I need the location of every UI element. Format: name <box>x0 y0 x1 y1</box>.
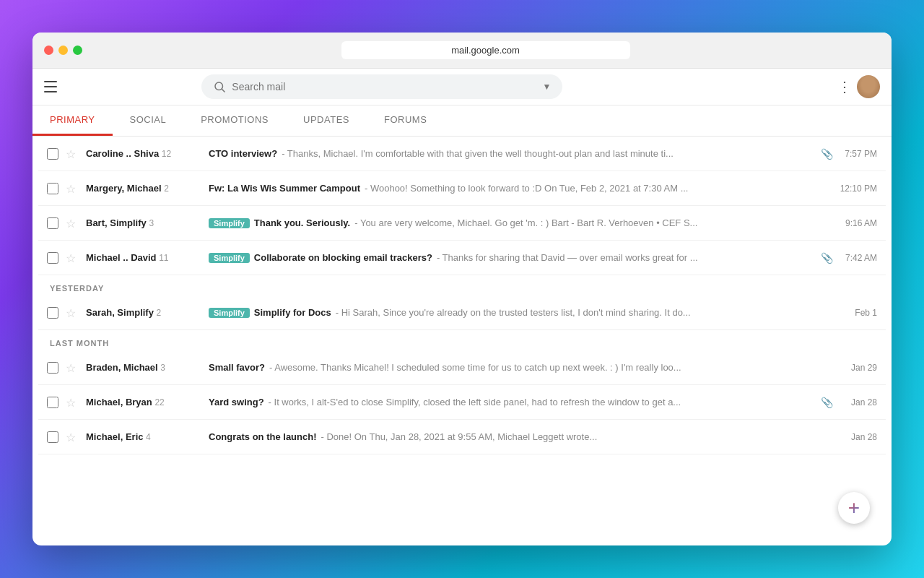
email-checkbox[interactable] <box>47 431 58 443</box>
email-checkbox[interactable] <box>47 148 58 160</box>
table-row[interactable]: ☆ Caroline .. Shiva 12 CTO interview? - … <box>38 137 886 171</box>
email-time: 12:10 PM <box>837 184 877 194</box>
email-time: 9:16 AM <box>837 218 877 228</box>
email-content: Small favor? - Awesome. Thanks Micahel! … <box>209 362 830 373</box>
email-sender: Michael .. David 11 <box>86 252 201 263</box>
email-meta: 📎 Jan 28 <box>821 397 877 408</box>
search-input[interactable] <box>232 81 536 92</box>
search-bar[interactable]: ▼ <box>201 74 562 99</box>
email-time: 7:57 PM <box>837 149 877 159</box>
email-sender: Braden, Michael 3 <box>86 362 201 373</box>
svg-point-0 <box>215 82 223 90</box>
gmail-area: ▼ ⋮ PRIMARY SOCIAL PROMOTIONS UPDATES FO… <box>32 69 892 545</box>
email-preview: - You are very welcome, Michael. Go get … <box>354 217 697 228</box>
email-content: Yard swing? - It works, I alt-S'ed to cl… <box>209 397 814 407</box>
email-subject: Thank you. Seriously. <box>254 217 350 228</box>
email-sender: Caroline .. Shiva 12 <box>86 148 201 159</box>
table-row[interactable]: ☆ Michael, Bryan 22 Yard swing? - It wor… <box>38 385 886 420</box>
email-preview: - It works, I alt-S'ed to close Simplify… <box>269 397 681 407</box>
email-subject: Small favor? <box>209 362 265 373</box>
email-sender: Bart, Simplify 3 <box>86 217 201 228</box>
attachment-icon: 📎 <box>821 148 833 160</box>
attachment-icon: 📎 <box>821 252 833 264</box>
email-preview: - Thanks for sharing that David — over e… <box>437 252 698 263</box>
table-row[interactable]: ☆ Bart, Simplify 3 Simplify Thank you. S… <box>38 206 886 241</box>
email-time: Jan 28 <box>837 432 877 442</box>
email-content: Simplify Simplify for Docs - Hi Sarah, S… <box>209 307 830 318</box>
email-content: Simplify Thank you. Seriously. - You are… <box>209 217 830 228</box>
email-checkbox[interactable] <box>47 397 58 408</box>
email-preview: - Done! On Thu, Jan 28, 2021 at 9:55 AM,… <box>321 431 598 442</box>
table-row[interactable]: ☆ Margery, Michael 2 Fw: La Wis Wis Summ… <box>38 171 886 206</box>
menu-icon[interactable] <box>44 79 58 94</box>
tab-promotions[interactable]: PROMOTIONS <box>183 105 286 136</box>
email-preview: - Thanks, Michael. I'm comfortable with … <box>282 148 674 159</box>
attachment-icon: 📎 <box>821 397 833 408</box>
email-meta: 📎 7:57 PM <box>821 148 877 160</box>
star-icon[interactable]: ☆ <box>66 182 79 195</box>
email-meta: Feb 1 <box>837 308 877 318</box>
compose-button[interactable]: + <box>838 492 870 524</box>
topbar-right: ⋮ <box>837 75 880 98</box>
section-label: YESTERDAY <box>38 275 886 296</box>
maximize-button[interactable] <box>73 46 82 55</box>
email-checkbox[interactable] <box>47 183 58 194</box>
email-time: Feb 1 <box>837 308 877 318</box>
table-row[interactable]: ☆ Michael, Eric 4 Congrats on the launch… <box>38 420 886 454</box>
email-preview: - Awesome. Thanks Micahel! I scheduled s… <box>269 362 681 373</box>
email-checkbox[interactable] <box>47 217 58 229</box>
simplify-badge: Simplify <box>209 218 250 228</box>
tab-social[interactable]: SOCIAL <box>113 105 184 136</box>
star-icon[interactable]: ☆ <box>66 147 79 160</box>
search-icon <box>213 80 226 93</box>
email-sender: Michael, Eric 4 <box>86 431 201 442</box>
table-row[interactable]: ☆ Braden, Michael 3 Small favor? - Aweso… <box>38 350 886 385</box>
search-dropdown-arrow[interactable]: ▼ <box>542 82 551 92</box>
email-subject: CTO interview? <box>209 148 277 159</box>
table-row[interactable]: ☆ Sarah, Simplify 2 Simplify Simplify fo… <box>38 296 886 330</box>
email-meta: Jan 29 <box>837 363 877 373</box>
gmail-topbar: ▼ ⋮ <box>32 69 892 105</box>
email-content: Simplify Collaborate on blocking email t… <box>209 252 814 263</box>
tab-forums[interactable]: FORUMS <box>367 105 444 136</box>
email-checkbox[interactable] <box>47 307 58 319</box>
star-icon[interactable]: ☆ <box>66 361 79 374</box>
email-preview: - Woohoo! Something to look forward to :… <box>365 183 689 194</box>
avatar[interactable] <box>857 75 880 98</box>
email-list: ☆ Caroline .. Shiva 12 CTO interview? - … <box>32 137 892 545</box>
star-icon[interactable]: ☆ <box>66 251 79 264</box>
email-content: Congrats on the launch! - Done! On Thu, … <box>209 431 830 442</box>
email-sender: Michael, Bryan 22 <box>86 397 201 407</box>
email-meta: 12:10 PM <box>837 184 877 194</box>
svg-line-1 <box>222 89 225 92</box>
email-subject: Fw: La Wis Wis Summer Campout <box>209 183 360 194</box>
tab-primary[interactable]: PRIMARY <box>32 105 113 136</box>
email-content: Fw: La Wis Wis Summer Campout - Woohoo! … <box>209 183 830 194</box>
star-icon[interactable]: ☆ <box>66 306 79 319</box>
more-options-icon[interactable]: ⋮ <box>837 78 851 95</box>
email-checkbox[interactable] <box>47 362 58 374</box>
minimize-button[interactable] <box>58 46 68 55</box>
email-meta: 📎 7:42 AM <box>821 252 877 264</box>
email-time: 7:42 AM <box>837 253 877 263</box>
email-meta: Jan 28 <box>837 432 877 442</box>
star-icon[interactable]: ☆ <box>66 217 79 230</box>
browser-chrome: mail.google.com <box>32 33 892 69</box>
table-row[interactable]: ☆ Michael .. David 11 Simplify Collabora… <box>38 241 886 275</box>
tab-updates[interactable]: UPDATES <box>286 105 367 136</box>
close-button[interactable] <box>44 46 53 55</box>
email-meta: 9:16 AM <box>837 218 877 228</box>
star-icon[interactable]: ☆ <box>66 396 79 409</box>
email-subject: Collaborate on blocking email trackers? <box>254 252 432 263</box>
traffic-lights <box>44 46 82 55</box>
section-label: LAST MONTH <box>38 330 886 350</box>
star-icon[interactable]: ☆ <box>66 431 79 444</box>
email-preview: - Hi Sarah, Since you're already on the … <box>336 307 691 318</box>
gmail-tabs: PRIMARY SOCIAL PROMOTIONS UPDATES FORUMS <box>32 105 892 137</box>
url-bar[interactable]: mail.google.com <box>341 41 630 59</box>
email-subject: Congrats on the launch! <box>209 431 317 442</box>
email-sender: Margery, Michael 2 <box>86 183 201 194</box>
email-subject: Simplify for Docs <box>254 307 331 318</box>
simplify-badge: Simplify <box>209 253 250 263</box>
email-checkbox[interactable] <box>47 252 58 264</box>
